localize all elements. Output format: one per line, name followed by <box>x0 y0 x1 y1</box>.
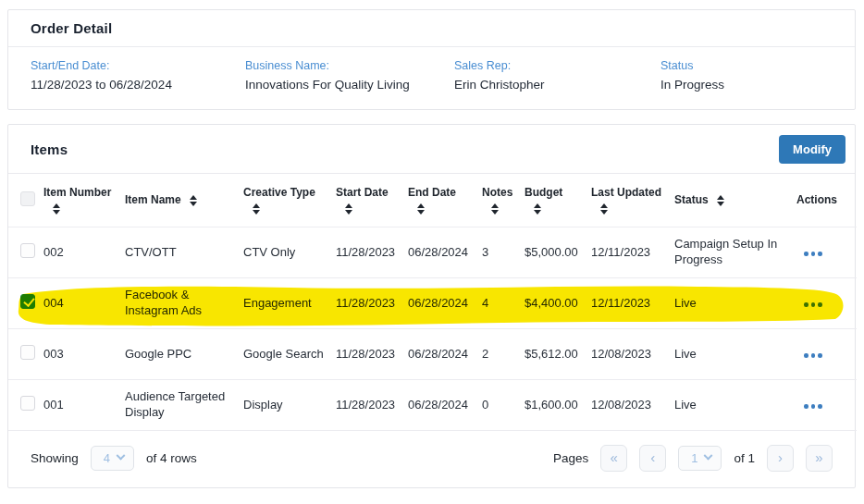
row-actions-button[interactable] <box>802 400 824 412</box>
table-row: 002 CTV/OTT CTV Only 11/28/2023 06/28/20… <box>8 227 857 278</box>
chevron-down-icon <box>704 451 713 461</box>
items-panel: Items Modify Item Number Item Name Creat… <box>7 124 856 488</box>
column-start-date: Start Date <box>336 186 389 200</box>
cell-notes: 3 <box>482 245 488 259</box>
page: Order Detail Start/End Date: 11/28/2023 … <box>0 0 864 488</box>
rows-per-page-select[interactable]: 4 <box>91 446 134 471</box>
column-item-name: Item Name <box>125 193 181 207</box>
last-page-button[interactable]: » <box>806 445 833 472</box>
field-value: Innovations For Quality Living <box>245 78 447 92</box>
order-detail-header: Order Detail <box>8 10 855 47</box>
items-table: Item Number Item Name Creative Type Star… <box>8 174 857 431</box>
cell-item-number: 004 <box>43 296 64 310</box>
pages-label: Pages <box>553 451 588 465</box>
cell-end-date: 06/28/2024 <box>408 398 468 412</box>
cell-status: Live <box>674 398 697 412</box>
field-label: Sales Rep: <box>454 59 653 72</box>
showing-label: Showing <box>31 451 79 465</box>
chevron-left-icon: ‹ <box>650 449 655 465</box>
table-header-row: Item Number Item Name Creative Type Star… <box>8 174 857 227</box>
field-value: Erin Christopher <box>454 78 653 92</box>
modify-button[interactable]: Modify <box>779 135 845 164</box>
row-checkbox[interactable] <box>20 345 35 360</box>
row-checkbox-checked[interactable] <box>20 294 35 309</box>
cell-start-date: 11/28/2023 <box>336 347 395 361</box>
sort-icon[interactable] <box>53 203 60 215</box>
cell-item-name: Google PPC <box>125 347 191 361</box>
column-budget: Budget <box>525 186 562 200</box>
cell-status: Campaign Setup In Progress <box>674 237 777 266</box>
page-select[interactable]: 1 <box>678 446 722 471</box>
cell-notes: 2 <box>482 347 488 361</box>
cell-item-name: CTV/OTT <box>125 245 177 259</box>
cell-end-date: 06/28/2024 <box>408 347 468 361</box>
field-sales-rep: Sales Rep: Erin Christopher <box>447 59 653 92</box>
order-detail-fields: Start/End Date: 11/28/2023 to 06/28/2024… <box>8 47 855 109</box>
rows-per-page-value: 4 <box>104 451 110 465</box>
cell-notes: 4 <box>482 296 488 310</box>
row-actions-button[interactable] <box>802 248 824 260</box>
sort-icon[interactable] <box>491 203 499 215</box>
items-title: Items <box>31 141 68 157</box>
field-business-name: Business Name: Innovations For Quality L… <box>238 59 447 92</box>
cell-item-name: Audience Targeted Display <box>125 389 225 419</box>
cell-creative-type: Display <box>243 398 283 412</box>
chevron-right-icon: › <box>778 449 783 465</box>
items-header: Items Modify <box>8 125 855 174</box>
cell-budget: $4,400.00 <box>525 296 578 310</box>
cell-item-number: 002 <box>43 245 64 259</box>
cell-budget: $1,600.00 <box>525 398 578 412</box>
cell-item-name: Facebook & Instagram Ads <box>125 288 202 317</box>
cell-item-number: 001 <box>43 398 64 412</box>
double-chevron-right-icon: » <box>815 449 822 465</box>
current-page-value: 1 <box>691 451 697 465</box>
cell-status: Live <box>674 347 697 361</box>
cell-end-date: 06/28/2024 <box>408 296 468 310</box>
field-label: Business Name: <box>245 59 447 72</box>
pagination-group: Pages « ‹ 1 of 1 › » <box>553 445 833 472</box>
row-actions-button[interactable] <box>802 299 824 311</box>
cell-budget: $5,000.00 <box>525 245 578 259</box>
field-value: 11/28/2023 to 06/28/2024 <box>31 78 238 92</box>
of-pages-label: of 1 <box>734 451 755 465</box>
field-label: Start/End Date: <box>31 59 238 72</box>
cell-start-date: 11/28/2023 <box>336 296 395 310</box>
chevron-down-icon <box>117 451 126 461</box>
previous-page-button[interactable]: ‹ <box>639 445 666 472</box>
field-label: Status <box>660 59 833 72</box>
cell-notes: 0 <box>482 398 488 412</box>
order-detail-panel: Order Detail Start/End Date: 11/28/2023 … <box>7 9 856 110</box>
cell-status: Live <box>674 296 697 310</box>
sort-icon[interactable] <box>717 195 724 206</box>
sort-icon[interactable] <box>345 203 352 215</box>
table-footer: Showing 4 of 4 rows Pages « ‹ 1 of 1 › » <box>8 431 855 487</box>
field-value: In Progress <box>660 78 833 92</box>
order-detail-title: Order Detail <box>31 20 112 36</box>
cell-last-updated: 12/08/2023 <box>591 347 651 361</box>
field-status: Status In Progress <box>653 59 833 92</box>
cell-last-updated: 12/11/2023 <box>591 296 650 310</box>
cell-budget: $5,612.00 <box>525 347 578 361</box>
sort-icon[interactable] <box>417 203 425 215</box>
cell-start-date: 11/28/2023 <box>336 398 395 412</box>
cell-creative-type: CTV Only <box>243 245 295 259</box>
sort-icon[interactable] <box>534 203 541 215</box>
cell-creative-type: Engagement <box>243 296 312 310</box>
first-page-button[interactable]: « <box>600 445 627 472</box>
column-status: Status <box>674 193 709 207</box>
row-actions-button[interactable] <box>802 350 824 362</box>
cell-item-number: 003 <box>43 347 64 361</box>
sort-icon[interactable] <box>253 203 260 215</box>
cell-end-date: 06/28/2024 <box>408 245 468 259</box>
column-last-updated: Last Updated <box>591 186 661 200</box>
row-checkbox[interactable] <box>20 243 35 258</box>
next-page-button[interactable]: › <box>767 445 794 472</box>
column-creative-type: Creative Type <box>243 186 315 200</box>
cell-last-updated: 12/11/2023 <box>591 245 650 259</box>
sort-icon[interactable] <box>190 195 197 206</box>
column-end-date: End Date <box>408 186 456 200</box>
row-checkbox[interactable] <box>20 396 35 411</box>
sort-icon[interactable] <box>600 203 608 215</box>
select-all-checkbox[interactable] <box>20 191 35 206</box>
of-rows-label: of 4 rows <box>146 451 197 465</box>
